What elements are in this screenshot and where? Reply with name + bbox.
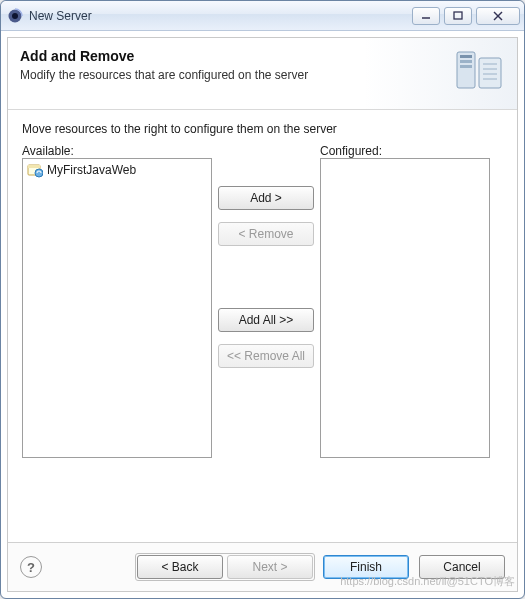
svg-rect-7 bbox=[460, 55, 472, 58]
cancel-button[interactable]: Cancel bbox=[419, 555, 505, 579]
titlebar: New Server bbox=[1, 1, 524, 31]
back-next-group: < Back Next > bbox=[135, 553, 315, 581]
instruction-text: Move resources to the right to configure… bbox=[22, 122, 503, 136]
svg-rect-3 bbox=[454, 12, 462, 19]
server-icon bbox=[453, 48, 505, 95]
svg-point-17 bbox=[35, 169, 43, 177]
available-label: Available: bbox=[22, 144, 212, 158]
minimize-button[interactable] bbox=[412, 7, 440, 25]
svg-rect-9 bbox=[460, 65, 472, 68]
back-button[interactable]: < Back bbox=[137, 555, 223, 579]
app-icon bbox=[7, 8, 23, 24]
project-icon bbox=[27, 162, 43, 178]
maximize-button[interactable] bbox=[444, 7, 472, 25]
add-button[interactable]: Add > bbox=[218, 186, 314, 210]
remove-button: < Remove bbox=[218, 222, 314, 246]
remove-all-button: << Remove All bbox=[218, 344, 314, 368]
close-button[interactable] bbox=[476, 7, 520, 25]
next-button: Next > bbox=[227, 555, 313, 579]
list-item-label: MyFirstJavaWeb bbox=[47, 163, 136, 177]
banner-subheading: Modify the resources that are configured… bbox=[20, 68, 308, 82]
banner-heading: Add and Remove bbox=[20, 48, 308, 64]
svg-rect-10 bbox=[479, 58, 501, 88]
configured-listbox[interactable] bbox=[320, 158, 490, 458]
help-icon[interactable]: ? bbox=[20, 556, 42, 578]
dialog-window: New Server Add and Remove Modify the res… bbox=[0, 0, 525, 599]
configured-label: Configured: bbox=[320, 144, 503, 158]
dialog-body: Add and Remove Modify the resources that… bbox=[7, 37, 518, 592]
svg-point-1 bbox=[12, 13, 18, 19]
transfer-button-column: Add > < Remove Add All >> << Remove All bbox=[212, 158, 320, 536]
footer: ? < Back Next > Finish Cancel bbox=[8, 542, 517, 591]
svg-rect-8 bbox=[460, 60, 472, 63]
available-listbox[interactable]: MyFirstJavaWeb bbox=[22, 158, 212, 458]
finish-button[interactable]: Finish bbox=[323, 555, 409, 579]
banner: Add and Remove Modify the resources that… bbox=[8, 38, 517, 110]
window-title: New Server bbox=[29, 9, 412, 23]
add-all-button[interactable]: Add All >> bbox=[218, 308, 314, 332]
content: Move resources to the right to configure… bbox=[8, 110, 517, 542]
list-item[interactable]: MyFirstJavaWeb bbox=[25, 161, 209, 179]
svg-rect-16 bbox=[28, 165, 40, 168]
